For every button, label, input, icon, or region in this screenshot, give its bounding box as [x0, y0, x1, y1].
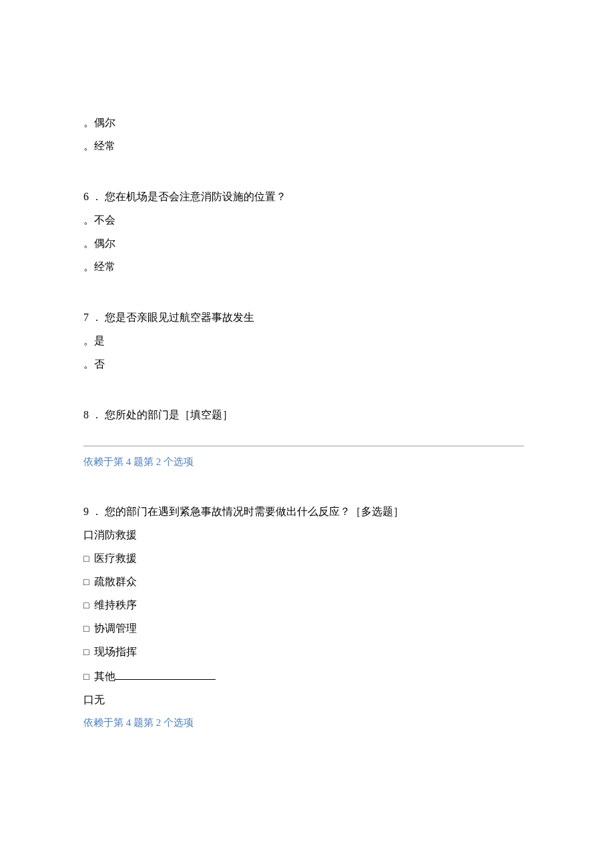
- question-7: 7 ． 您是否亲眼见过航空器事故发生 。是 。否: [83, 311, 531, 372]
- question-number: 6: [83, 191, 89, 202]
- option-label: 疏散群众: [94, 576, 137, 587]
- fill-blank[interactable]: [83, 432, 531, 446]
- option-label: 经常: [94, 261, 115, 272]
- question-text: 6 ． 您在机场是否会注意消防设施的位置？: [83, 190, 531, 204]
- option-label: 经常: [94, 140, 115, 151]
- checkbox-icon: □: [83, 576, 89, 587]
- radio-option[interactable]: 。偶尔: [83, 237, 531, 251]
- radio-option[interactable]: 。是: [83, 334, 531, 348]
- question-body: 您的部门在遇到紧急事故情况时需要做出什么反应？［多选题］: [105, 506, 404, 517]
- question-number: 9: [83, 506, 89, 517]
- radio-option[interactable]: 。经常: [83, 139, 531, 153]
- checkbox-option[interactable]: □ 疏散群众: [83, 575, 531, 589]
- radio-icon: 。: [83, 261, 94, 272]
- question-body: 您是否亲眼见过航空器事故发生: [105, 312, 254, 323]
- checkbox-option[interactable]: 口无: [83, 693, 531, 707]
- radio-icon: 。: [83, 238, 94, 249]
- option-label: 是: [94, 335, 105, 346]
- question-sep: ．: [91, 191, 102, 202]
- question-number: 7: [83, 312, 89, 323]
- checkbox-option[interactable]: □ 协调管理: [83, 622, 531, 636]
- checkbox-option[interactable]: □ 维持秩序: [83, 598, 531, 612]
- question-sep: ．: [91, 312, 102, 323]
- checkbox-option-other[interactable]: □ 其他: [83, 669, 531, 684]
- question-body: 您所处的部门是［填空题］: [105, 409, 233, 420]
- question-text: 9 ． 您的部门在遇到紧急事故情况时需要做出什么反应？［多选题］: [83, 505, 531, 519]
- question-number: 8: [83, 409, 89, 420]
- fill-blank-line[interactable]: [83, 432, 524, 446]
- question-6: 6 ． 您在机场是否会注意消防设施的位置？ 。不会 。偶尔 。经常: [83, 190, 531, 274]
- checkbox-icon: □: [83, 646, 89, 657]
- option-label: 现场指挥: [94, 646, 137, 657]
- question-text: 7 ． 您是否亲眼见过航空器事故发生: [83, 311, 531, 325]
- question-sep: ．: [91, 506, 102, 517]
- checkbox-icon: □: [83, 553, 89, 564]
- question-9: 9 ． 您的部门在遇到紧急事故情况时需要做出什么反应？［多选题］ 口消防救援 □…: [83, 505, 531, 729]
- checkbox-option[interactable]: □ 现场指挥: [83, 645, 531, 659]
- radio-icon: 。: [83, 335, 94, 346]
- radio-option[interactable]: 。偶尔: [83, 116, 531, 130]
- radio-icon: 。: [83, 214, 94, 226]
- option-label: 偶尔: [94, 238, 115, 249]
- option-label: 口无: [83, 694, 105, 705]
- checkbox-icon: □: [83, 623, 89, 634]
- option-label: 偶尔: [94, 117, 115, 128]
- checkbox-icon: □: [83, 671, 89, 682]
- radio-option[interactable]: 。不会: [83, 213, 531, 228]
- q5-trailing-options: 。偶尔 。经常: [83, 116, 531, 153]
- option-label: 维持秩序: [94, 599, 137, 610]
- option-label: 协调管理: [94, 622, 137, 634]
- option-label: 口消防救援: [83, 529, 137, 540]
- checkbox-option[interactable]: □ 医疗救援: [83, 552, 531, 566]
- radio-option[interactable]: 。否: [83, 358, 531, 372]
- radio-icon: 。: [83, 140, 94, 151]
- question-text: 8 ． 您所处的部门是［填空题］: [83, 408, 531, 422]
- option-label: 其他: [94, 671, 115, 682]
- question-body: 您在机场是否会注意消防设施的位置？: [105, 191, 286, 202]
- dependency-note: 依赖于第 4 题第 2 个选项: [83, 456, 531, 468]
- option-label: 不会: [94, 214, 115, 226]
- checkbox-icon: □: [83, 600, 89, 610]
- question-sep: ．: [91, 409, 102, 420]
- document-page: 。偶尔 。经常 6 ． 您在机场是否会注意消防设施的位置？ 。不会 。偶尔 。经…: [0, 0, 614, 783]
- radio-icon: 。: [83, 358, 94, 370]
- option-label: 否: [94, 358, 105, 370]
- dependency-note: 依赖于第 4 题第 2 个选项: [83, 717, 531, 729]
- option-label: 医疗救援: [94, 552, 137, 564]
- checkbox-option[interactable]: 口消防救援: [83, 528, 531, 542]
- radio-option[interactable]: 。经常: [83, 260, 531, 274]
- question-8: 8 ． 您所处的部门是［填空题］ 依赖于第 4 题第 2 个选项: [83, 408, 531, 468]
- radio-icon: 。: [83, 117, 94, 128]
- other-fill-line[interactable]: [115, 669, 216, 680]
